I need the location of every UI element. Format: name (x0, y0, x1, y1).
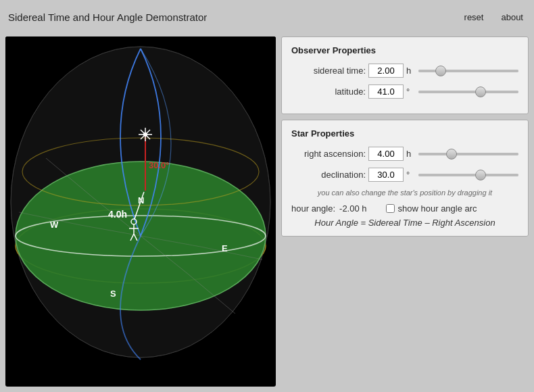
sidereal-time-row: sidereal time: h (291, 64, 518, 78)
e-label: E (222, 243, 228, 253)
latitude-row: latitude: ° (291, 84, 518, 99)
latitude-slider[interactable] (418, 86, 518, 98)
star-panel-title: Star Properties (291, 128, 518, 139)
sidereal-time-label: sidereal time: (291, 66, 366, 76)
right-ascension-slider-track[interactable] (418, 153, 518, 155)
formula-row: Hour Angle = Sidereal Time – Right Ascen… (291, 218, 518, 228)
app-title: Sidereal Time and Hour Angle Demonstrato… (8, 11, 462, 23)
sidereal-time-slider[interactable] (418, 65, 518, 77)
latitude-slider-track[interactable] (418, 91, 518, 93)
sidereal-time-slider-track[interactable] (418, 70, 518, 72)
reset-button[interactable]: reset (462, 11, 487, 24)
viz-svg[interactable]: 4.0h 30.0° N S (5, 36, 276, 368)
hour-angle-label: hour angle: (291, 203, 335, 214)
right-ascension-thumb[interactable] (446, 149, 457, 160)
latitude-input[interactable] (368, 84, 404, 99)
hour-angle-value: -2.00 h (339, 203, 366, 214)
declination-label: declination: (291, 170, 366, 180)
right-ascension-row: right ascension: h (291, 147, 518, 161)
declination-slider-track[interactable] (418, 174, 518, 176)
observer-panel-title: Observer Properties (291, 45, 518, 55)
latitude-unit: ° (406, 87, 416, 97)
right-ascension-unit: h (406, 149, 416, 159)
svg-point-20 (143, 132, 147, 137)
titlebar: Sidereal Time and Hour Angle Demonstrato… (0, 0, 534, 34)
hour-angle-row: hour angle: -2.00 h show hour angle arc (291, 203, 518, 214)
right-ascension-input[interactable] (368, 147, 404, 161)
show-arc-checkbox[interactable] (386, 204, 395, 213)
observer-properties-panel: Observer Properties sidereal time: h (281, 36, 529, 114)
drag-hint: you can also change the star's position … (291, 189, 518, 197)
arc-label: 4.0h (108, 209, 127, 220)
right-panel: Observer Properties sidereal time: h (281, 36, 529, 387)
sidereal-time-unit: h (406, 66, 416, 76)
declination-slider[interactable] (418, 169, 518, 181)
titlebar-buttons: reset about (462, 11, 526, 24)
sidereal-time-input[interactable] (368, 64, 404, 78)
latitude-label: latitude: (291, 87, 366, 97)
declination-thumb[interactable] (475, 170, 486, 180)
declination-input[interactable] (368, 168, 404, 182)
s-label: S (110, 289, 116, 299)
star-properties-panel: Star Properties right ascension: h (281, 120, 529, 237)
star (139, 128, 152, 141)
show-arc-label[interactable]: show hour angle arc (386, 203, 477, 214)
latitude-thumb[interactable] (475, 87, 486, 97)
sidereal-time-thumb[interactable] (435, 66, 446, 76)
main-content: 4.0h 30.0° N S (0, 34, 534, 392)
about-button[interactable]: about (498, 11, 526, 24)
app: Sidereal Time and Hour Angle Demonstrato… (0, 0, 534, 392)
dec-label: 30.0° (149, 160, 170, 170)
show-arc-text: show hour angle arc (398, 203, 477, 214)
right-ascension-slider[interactable] (418, 148, 518, 160)
n-label: N (138, 195, 144, 205)
declination-row: declination: ° (291, 168, 518, 182)
declination-unit: ° (406, 170, 416, 180)
right-ascension-label: right ascension: (291, 149, 366, 159)
w-label: W (50, 220, 59, 230)
visualization: 4.0h 30.0° N S (5, 36, 276, 387)
